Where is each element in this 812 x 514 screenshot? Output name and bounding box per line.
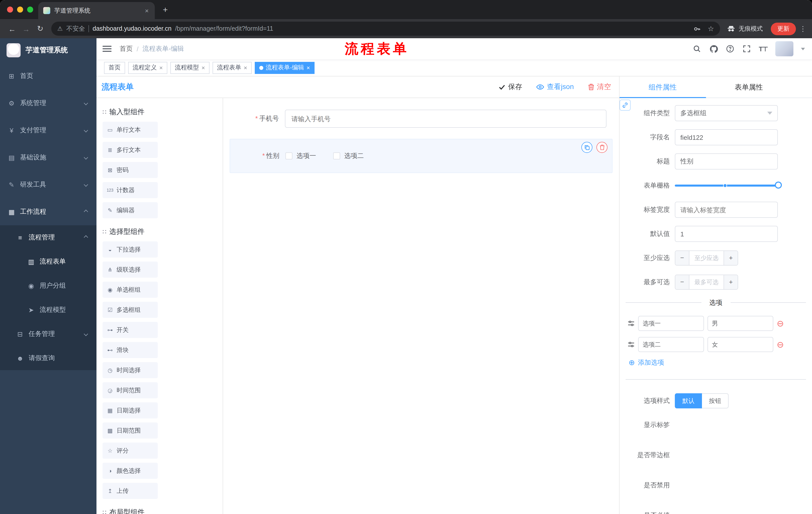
minimize-window-button[interactable] bbox=[17, 6, 23, 12]
close-tag-icon[interactable]: × bbox=[159, 64, 163, 71]
close-window-button[interactable] bbox=[7, 6, 13, 12]
reload-button[interactable]: ↻ bbox=[33, 24, 47, 33]
close-tag-icon[interactable]: × bbox=[307, 64, 310, 71]
style-button-button[interactable]: 按钮 bbox=[702, 393, 729, 408]
gender-option2-checkbox[interactable]: 选项二 bbox=[333, 152, 364, 160]
help-icon[interactable] bbox=[726, 44, 735, 53]
sidebar-item-workflow[interactable]: ▦ 工作流程 bbox=[0, 198, 96, 225]
address-bar[interactable]: ⚠ 不安全 dashboard.yudao.iocoder.cn /bpm/ma… bbox=[51, 22, 720, 36]
min-select-stepper[interactable]: −至少应选+ bbox=[675, 250, 738, 266]
sidebar-fold-icon[interactable] bbox=[103, 46, 112, 52]
zoom-window-button[interactable] bbox=[27, 6, 33, 12]
sidebar-item-dev-tools[interactable]: ✎ 研发工具 bbox=[0, 171, 96, 198]
palette-item-date-range[interactable]: ▩日期范围 bbox=[103, 423, 158, 438]
tag-process-model[interactable]: 流程模型 × bbox=[170, 62, 209, 74]
github-icon[interactable] bbox=[709, 44, 718, 53]
label-width-input[interactable] bbox=[675, 202, 778, 218]
sidebar-item-leave-query[interactable]: ☻ 请假查询 bbox=[0, 346, 96, 370]
remove-option-button[interactable]: ⊖ bbox=[777, 340, 784, 349]
sidebar-item-user-group[interactable]: ◉ 用户分组 bbox=[0, 274, 96, 298]
sidebar-item-task-management[interactable]: ⊟ 任务管理 bbox=[0, 322, 96, 346]
avatar-caret-icon[interactable] bbox=[801, 48, 805, 50]
remove-option-button[interactable]: ⊖ bbox=[777, 319, 784, 328]
palette-item-editor[interactable]: ✎编辑器 bbox=[103, 202, 158, 218]
copy-component-button[interactable] bbox=[581, 142, 592, 153]
form-grid-slider[interactable] bbox=[675, 178, 778, 194]
drag-handle-icon[interactable] bbox=[628, 320, 635, 327]
tag-process-definition[interactable]: 流程定义 × bbox=[128, 62, 167, 74]
palette-item-select[interactable]: ◒下拉选择 bbox=[103, 241, 158, 258]
drag-handle-icon[interactable] bbox=[628, 341, 635, 348]
canvas-field-gender-selected[interactable]: 性别 选项一 选项二 bbox=[230, 139, 612, 173]
palette-item-color-picker[interactable]: ◑颜色选择 bbox=[103, 463, 158, 479]
app-logo-row[interactable]: 芋道管理系统 bbox=[0, 38, 96, 62]
browser-tab[interactable]: 芋道管理系统 × bbox=[38, 2, 155, 19]
tab-component-props[interactable]: 组件属性 bbox=[619, 77, 706, 98]
increase-button[interactable]: + bbox=[724, 251, 737, 265]
form-canvas[interactable]: 手机号 bbox=[223, 98, 619, 514]
palette-item-single-line-text[interactable]: ▭单行文本 bbox=[103, 122, 158, 138]
min-select-value[interactable]: 至少应选 bbox=[689, 251, 724, 265]
sidebar-item-process-model[interactable]: ➤ 流程模型 bbox=[0, 298, 96, 322]
password-key-icon[interactable] bbox=[693, 24, 702, 33]
sidebar-item-process-management[interactable]: ≡ 流程管理 bbox=[0, 225, 96, 249]
palette-item-rate[interactable]: ☆评分 bbox=[103, 442, 158, 459]
browser-menu-button[interactable]: ⋮ bbox=[799, 25, 807, 33]
palette-item-switch[interactable]: ⊶开关 bbox=[103, 322, 158, 338]
forward-button[interactable]: → bbox=[19, 24, 33, 33]
save-button[interactable]: 保存 bbox=[499, 82, 522, 91]
sidebar-item-system-management[interactable]: ⚙ 系统管理 bbox=[0, 89, 96, 117]
close-tag-icon[interactable]: × bbox=[244, 64, 247, 71]
palette-item-password[interactable]: ⊠密码 bbox=[103, 162, 158, 178]
default-value-input[interactable] bbox=[675, 226, 778, 242]
field-name-input[interactable] bbox=[675, 129, 778, 145]
view-json-button[interactable]: 查看json bbox=[536, 82, 574, 91]
fullscreen-icon[interactable] bbox=[742, 44, 751, 53]
sidebar-item-payment-management[interactable]: ¥ 支付管理 bbox=[0, 117, 96, 144]
avatar[interactable] bbox=[775, 41, 793, 56]
palette-item-slider[interactable]: ⊷滑块 bbox=[103, 342, 158, 358]
sidebar-item-infrastructure[interactable]: ▤ 基础设施 bbox=[0, 144, 96, 171]
title-input[interactable] bbox=[675, 154, 778, 169]
max-select-stepper[interactable]: −最多可选+ bbox=[675, 275, 738, 290]
palette-item-cascader[interactable]: ⋔级联选择 bbox=[103, 262, 158, 278]
palette-item-time-range[interactable]: ◶时间范围 bbox=[103, 382, 158, 398]
slider-handle[interactable] bbox=[775, 182, 782, 189]
increase-button[interactable]: + bbox=[724, 275, 737, 289]
max-select-value[interactable]: 最多可选 bbox=[689, 275, 724, 289]
component-type-select[interactable]: 多选框组 bbox=[675, 105, 778, 121]
phone-input[interactable] bbox=[285, 110, 607, 128]
bookmark-star-icon[interactable]: ☆ bbox=[708, 25, 714, 33]
add-option-link[interactable]: ⊕ 添加选项 bbox=[619, 358, 812, 367]
breadcrumb-home[interactable]: 首页 bbox=[120, 44, 133, 53]
close-tab-icon[interactable]: × bbox=[144, 7, 150, 14]
decrease-button[interactable]: − bbox=[675, 275, 689, 289]
palette-item-multi-line-text[interactable]: ≣多行文本 bbox=[103, 142, 158, 158]
palette-item-upload[interactable]: ↥上传 bbox=[103, 483, 158, 499]
palette-item-checkbox-group[interactable]: ☑多选框组 bbox=[103, 302, 158, 318]
tab-form-props[interactable]: 表单属性 bbox=[706, 77, 792, 98]
close-tag-icon[interactable]: × bbox=[202, 64, 205, 71]
sidebar-item-home[interactable]: ⊞ 首页 bbox=[0, 62, 96, 89]
search-icon[interactable] bbox=[692, 44, 701, 53]
palette-item-time-picker[interactable]: ◷时间选择 bbox=[103, 362, 158, 378]
delete-component-button[interactable] bbox=[597, 142, 608, 153]
palette-item-date-picker[interactable]: ▦日期选择 bbox=[103, 402, 158, 418]
canvas-field-phone[interactable]: 手机号 bbox=[230, 105, 612, 132]
palette-item-radio-group[interactable]: ◉单选框组 bbox=[103, 282, 158, 298]
style-default-button[interactable]: 默认 bbox=[675, 393, 702, 408]
tag-home[interactable]: 首页 bbox=[104, 62, 125, 74]
security-warning-icon[interactable]: ⚠ bbox=[57, 25, 63, 32]
option-label-input[interactable] bbox=[638, 337, 704, 352]
back-button[interactable]: ← bbox=[5, 24, 19, 33]
clear-button[interactable]: 清空 bbox=[588, 82, 611, 91]
browser-update-button[interactable]: 更新 bbox=[771, 22, 796, 35]
tag-process-form-edit[interactable]: 流程表单-编辑 × bbox=[255, 62, 315, 74]
tag-process-form[interactable]: 流程表单 × bbox=[212, 62, 252, 74]
sidebar-item-process-form[interactable]: ▥ 流程表单 bbox=[0, 249, 96, 274]
external-link-button[interactable] bbox=[619, 100, 631, 111]
option-value-input[interactable] bbox=[707, 316, 773, 331]
new-tab-button[interactable]: + bbox=[159, 3, 172, 17]
decrease-button[interactable]: − bbox=[675, 251, 689, 265]
font-size-icon[interactable]: T⊤ bbox=[759, 45, 768, 53]
